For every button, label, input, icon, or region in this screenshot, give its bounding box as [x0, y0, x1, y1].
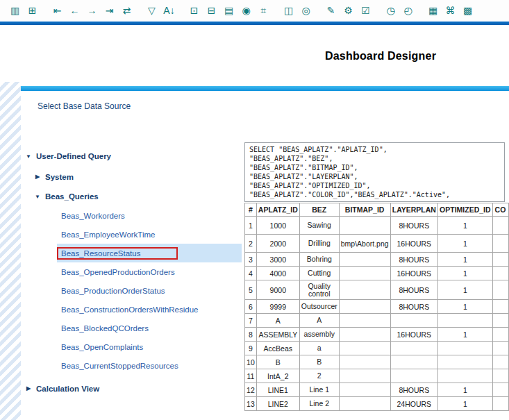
tree-item-beas_opencomplaints[interactable]: Beas_OpenComplaints	[25, 337, 242, 356]
table-cell: assembly	[299, 328, 339, 342]
table-cell: 10	[245, 355, 257, 369]
tree-node-user-defined-query[interactable]: ▼ User-Defined Query	[25, 146, 242, 167]
form-edit-icon[interactable]: ☑	[358, 2, 374, 19]
table-row: 10BB	[245, 355, 509, 369]
previous-record-icon[interactable]: ←	[67, 2, 83, 19]
sql-line: "BEAS_APLATZ"."OPTIMIZED_ID",	[249, 181, 500, 190]
export-grid-icon[interactable]: ⊟	[203, 2, 219, 19]
document-schedule-icon[interactable]: ◴	[400, 2, 416, 19]
table-cell: 1	[438, 328, 493, 342]
table-row: 22000Drillingbmp\Abort.png16HOURS1	[245, 235, 509, 253]
expand-arrow-right-icon[interactable]: ▶	[34, 174, 41, 180]
table-cell	[492, 328, 508, 342]
table-cell	[390, 342, 437, 355]
table-cell: 1	[438, 217, 493, 235]
tree-item-label: Beas_ConstructionOrdersWithResidue	[61, 305, 199, 314]
tree-item-label: Beas_Workorders	[61, 212, 125, 220]
table-cell	[339, 342, 390, 355]
form-settings-icon[interactable]: ⚙	[340, 2, 356, 19]
table-cell: AccBeas	[256, 342, 299, 355]
table-cell: Drilling	[299, 235, 339, 253]
table-cell: 11	[245, 369, 257, 383]
tree-item-beas_productionorderstatus[interactable]: Beas_ProductionOrderStatus	[25, 281, 242, 300]
table-cell: 8HOURS	[390, 280, 437, 300]
column-header: CO	[492, 203, 508, 217]
sql-line: "BEAS_APLATZ"."BITMAP_ID",	[249, 163, 500, 172]
table-cell: 1000	[256, 217, 299, 235]
table-cell	[339, 383, 390, 397]
tree-item-label: Beas_CurrentStoppedResources	[61, 362, 178, 370]
org-chart-icon[interactable]: ⌘	[442, 2, 458, 19]
sql-icon[interactable]: ◫	[281, 2, 297, 19]
report-icon[interactable]: ▤	[221, 2, 237, 19]
link-icon[interactable]: ◉	[238, 2, 254, 19]
tree-item-beas_workorders[interactable]: Beas_Workorders	[25, 206, 242, 225]
table-cell	[339, 280, 390, 300]
balance-icon[interactable]: ⌗	[256, 2, 272, 19]
tree-node-label: System	[45, 173, 74, 181]
table-row: 11000Sawing8HOURS1	[245, 217, 509, 235]
table-cell: 5	[245, 280, 257, 300]
table-cell: 4000	[256, 267, 299, 280]
table-cell: Line 2	[299, 397, 339, 411]
tree-item-label: Beas_BlockedQCOrders	[61, 324, 149, 333]
tree-item-beas_resourcestatus[interactable]: Beas_ResourceStatus	[25, 244, 242, 262]
table-cell	[438, 314, 493, 328]
table-cell: 1	[438, 235, 493, 253]
edit-icon[interactable]: ✎	[323, 2, 339, 19]
table-cell: 12	[245, 383, 257, 397]
column-header: BITMAP_ID	[339, 203, 390, 217]
table-cell: 1	[245, 217, 257, 235]
table-cell: B	[299, 355, 339, 369]
sql-line: "BEAS_APLATZ"."COLOR_ID","BEAS_APLATZ"."…	[249, 190, 500, 199]
tree-node-system[interactable]: ▶ System	[25, 167, 242, 187]
new-form-icon[interactable]: ⊞	[24, 2, 40, 19]
calculator-icon[interactable]: ▦	[425, 2, 441, 19]
table-cell	[339, 328, 390, 342]
preview-table: #APLATZ_IDBEZBITMAP_IDLAYERPLANOPTIMIZED…	[244, 203, 509, 411]
grid-icon[interactable]: ▩	[460, 2, 476, 19]
filter-icon[interactable]: ▽	[144, 2, 160, 19]
page-title: Dashboard Designer	[325, 50, 436, 62]
table-cell: 3000	[256, 253, 299, 267]
table-cell: 1	[438, 280, 493, 300]
import-grid-icon[interactable]: ⊡	[186, 2, 202, 19]
tree-node-beas-queries[interactable]: ▼ Beas_Queries	[25, 187, 242, 206]
table-cell	[492, 235, 508, 253]
tree-node-calculation-view[interactable]: ▶ Calculation View	[25, 379, 242, 398]
tree-item-label: Beas_OpenComplaints	[61, 343, 143, 351]
table-cell: 1	[438, 300, 493, 314]
tree-node-label: Beas_Queries	[45, 192, 99, 201]
table-cell: 1	[438, 267, 493, 280]
last-record-icon[interactable]: ⇥	[101, 2, 117, 19]
sort-az-icon[interactable]: A↓	[161, 2, 177, 19]
table-cell	[492, 280, 508, 300]
table-cell: 9	[245, 342, 257, 355]
tree-item-beas_openedproductionorders[interactable]: Beas_OpenedProductionOrders	[25, 262, 242, 281]
next-record-icon[interactable]: →	[84, 2, 100, 19]
table-cell	[492, 397, 508, 411]
expand-arrow-right-icon[interactable]: ▶	[25, 385, 32, 392]
document-time-icon[interactable]: ◷	[383, 2, 399, 19]
table-cell: a	[299, 342, 339, 355]
sql-line: SELECT "BEAS_APLATZ"."APLATZ_ID",	[249, 145, 500, 154]
table-cell: 2	[245, 235, 257, 253]
table-cell	[339, 314, 390, 328]
table-cell	[492, 253, 508, 267]
first-record-icon[interactable]: ⇤	[49, 2, 65, 19]
table-row: 13LINE2Line 224HOURS1	[245, 397, 509, 411]
expand-arrow-down-icon[interactable]: ▼	[34, 194, 41, 200]
structure-icon[interactable]: ▥	[7, 2, 23, 19]
tree-item-beas_constructionorderswithresidue[interactable]: Beas_ConstructionOrdersWithResidue	[25, 300, 242, 319]
refresh-icon[interactable]: ⇄	[119, 2, 135, 19]
tree-item-beas_employeeworktime[interactable]: Beas_EmployeeWorkTime	[25, 225, 242, 244]
main-toolbar: ▥⊞⇤←→⇥⇄▽A↓⊡⊟▤◉⌗◫◎✎⚙☑◷◴▦⌘▩	[0, 0, 509, 21]
search-table-icon[interactable]: ◎	[298, 2, 314, 19]
table-row: 33000Bohring8HOURS1	[245, 253, 509, 267]
table-row: 9AccBeasa	[245, 342, 509, 355]
table-cell: B	[256, 355, 299, 369]
tree-item-beas_currentstoppedresources[interactable]: Beas_CurrentStoppedResources	[25, 356, 242, 375]
table-cell: 2000	[256, 235, 299, 253]
tree-item-beas_blockedqcorders[interactable]: Beas_BlockedQCOrders	[25, 319, 242, 337]
expand-arrow-down-icon[interactable]: ▼	[25, 153, 32, 160]
